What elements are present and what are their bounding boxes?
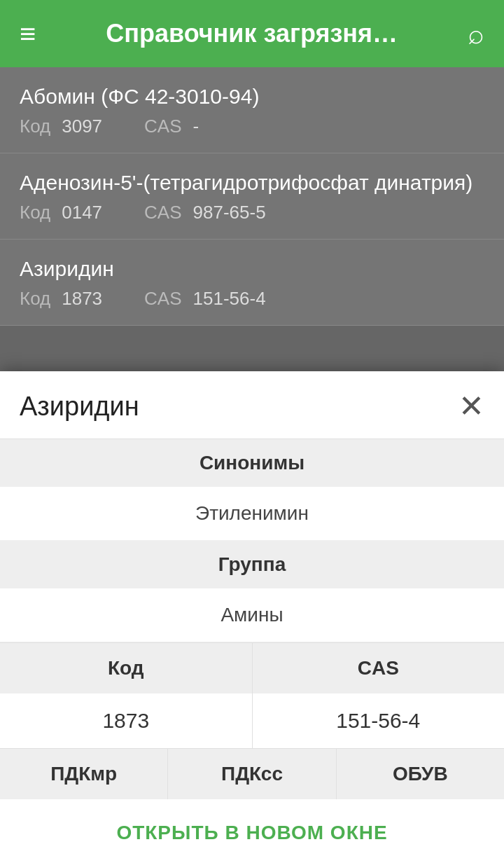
app-bar-title: Справочник загрязня… (36, 19, 468, 48)
synonyms-label: Синонимы (200, 452, 304, 474)
detail-modal: Азиридин ✕ Синонимы Этиленимин Группа Ам… (0, 371, 504, 863)
group-value: Амины (220, 604, 283, 626)
code-value: 0147 (62, 202, 102, 223)
item-meta: Код 0147 CAS 987-65-5 (20, 202, 484, 223)
code-label: Код (20, 116, 50, 137)
synonyms-value: Этиленимин (195, 502, 309, 524)
cas-label: CAS (144, 116, 181, 137)
search-icon[interactable]: ⌕ (468, 20, 484, 48)
list-item[interactable]: Аденозин-5'-(тетрагидротрифосфат динатри… (0, 153, 504, 240)
list-item[interactable]: Абомин (ФС 42-3010-94) Код 3097 CAS - (0, 67, 504, 153)
cas-value: - (193, 116, 200, 137)
cas-label: CAS (144, 202, 181, 223)
group-header: Группа (0, 541, 504, 588)
modal-title: Азиридин (20, 392, 139, 422)
cas-col-value: 151-56-4 (253, 693, 505, 748)
group-value-row: Амины (0, 588, 504, 642)
code-value: 3097 (62, 116, 102, 137)
pdk-mr-label: ПДКмр (0, 749, 168, 799)
item-meta: Код 1873 CAS 151-56-4 (20, 288, 484, 310)
cas-col-header: CAS (253, 643, 505, 693)
code-label: Код (20, 202, 50, 223)
code-label: Код (20, 288, 50, 310)
menu-icon[interactable]: ≡ (20, 20, 36, 48)
code-col-value: 1873 (0, 693, 253, 748)
item-title: Аденозин-5'-(тетрагидротрифосфат динатри… (20, 169, 484, 196)
synonyms-header: Синонимы (0, 439, 504, 487)
item-title: Абомин (ФС 42-3010-94) (20, 83, 484, 110)
open-button-container: ОТКРЫТЬ В НОВОМ ОКНЕ (0, 799, 504, 863)
app-bar: ≡ Справочник загрязня… ⌕ (0, 0, 504, 67)
group-label: Группа (218, 553, 286, 575)
pdk-row: ПДКмр ПДКсс ОБУВ (0, 749, 504, 799)
obuv-label: ОБУВ (337, 749, 504, 799)
open-new-window-button[interactable]: ОТКРЫТЬ В НОВОМ ОКНЕ (116, 822, 387, 843)
code-col-header: Код (0, 643, 253, 693)
synonyms-value-row: Этиленимин (0, 487, 504, 541)
pdk-ss-label: ПДКсс (168, 749, 336, 799)
cas-value: 151-56-4 (193, 288, 266, 310)
item-meta: Код 3097 CAS - (20, 116, 484, 137)
cas-label: CAS (144, 288, 181, 310)
code-cas-values: 1873 151-56-4 (0, 693, 504, 749)
code-cas-header: Код CAS (0, 642, 504, 693)
item-title: Азиридин (20, 255, 484, 282)
cas-value: 987-65-5 (193, 202, 266, 223)
close-button[interactable]: ✕ (458, 391, 484, 422)
list-container: Абомин (ФС 42-3010-94) Код 3097 CAS - Ад… (0, 67, 504, 326)
code-value: 1873 (62, 288, 102, 310)
list-item[interactable]: Азиридин Код 1873 CAS 151-56-4 (0, 240, 504, 326)
modal-header: Азиридин ✕ (0, 371, 504, 439)
